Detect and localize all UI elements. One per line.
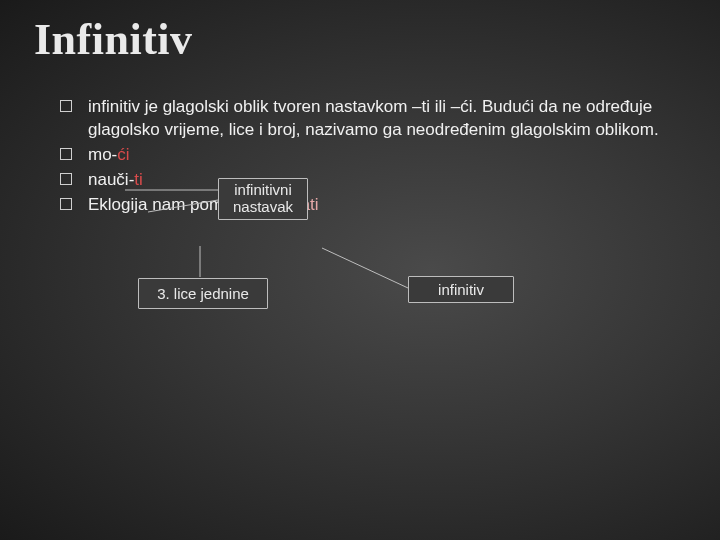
callout-infinitivni-nastavak: infinitivni nastavak — [218, 178, 308, 220]
slide-title: Infinitiv — [34, 14, 193, 65]
checkbox-icon — [60, 148, 72, 160]
callout-3lice-text: 3. lice jednine — [157, 285, 249, 302]
bullet-3-stem: nauči- — [88, 170, 134, 189]
bullet-4: Eklogija nam pomaže spoznati — [60, 194, 670, 217]
content-area: infinitiv je glagolski oblik tvoren nast… — [60, 96, 670, 219]
svg-line-3 — [322, 248, 408, 288]
bullet-3-suffix: ti — [134, 170, 143, 189]
checkbox-icon — [60, 100, 72, 112]
bullet-2-stem: mo- — [88, 145, 117, 164]
checkbox-icon — [60, 173, 72, 185]
callout-infinitiv: infinitiv — [408, 276, 514, 303]
callout-3-lice-jednine: 3. lice jednine — [138, 278, 268, 309]
callout-infinitiv-text: infinitiv — [438, 281, 484, 298]
bullet-4-text: Eklogija nam pomaže spoznati — [88, 194, 670, 217]
connector-lines — [0, 0, 720, 540]
bullet-1-text: infinitiv je glagolski oblik tvoren nast… — [88, 96, 670, 142]
bullet-3: nauči-ti — [60, 169, 670, 192]
bullet-1: infinitiv je glagolski oblik tvoren nast… — [60, 96, 670, 142]
bullet-2-suffix: ći — [117, 145, 129, 164]
checkbox-icon — [60, 198, 72, 210]
bullet-3-text: nauči-ti — [88, 169, 670, 192]
bullet-2-text: mo-ći — [88, 144, 670, 167]
callout-infinitivni-line2: nastavak — [227, 198, 299, 215]
bullet-2: mo-ći — [60, 144, 670, 167]
callout-infinitivni-line1: infinitivni — [227, 181, 299, 198]
